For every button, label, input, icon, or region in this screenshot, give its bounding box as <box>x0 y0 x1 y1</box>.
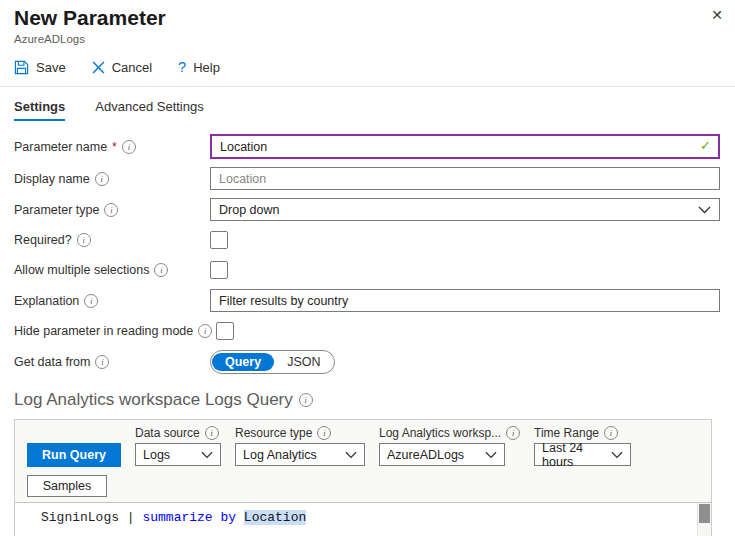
workspace-group: Log Analytics worksp... i AzureADLogs <box>379 425 520 497</box>
workspace-label: Log Analytics worksp... <box>379 426 501 440</box>
save-icon <box>14 60 29 75</box>
parameter-type-label: Parameter type <box>14 203 99 217</box>
query-section-title: Log Analytics workspace Logs Query i <box>0 390 735 410</box>
required-label: Required? <box>14 233 72 247</box>
hide-in-reading-label: Hide parameter in reading mode <box>14 324 193 338</box>
info-icon[interactable]: i <box>198 324 212 338</box>
parameter-type-row: Parameter type i Drop down <box>14 198 721 221</box>
required-checkbox[interactable] <box>210 231 228 249</box>
editor-scrollbar-thumb[interactable] <box>699 504 710 523</box>
time-range-group: Time Range i Last 24 hours <box>534 425 631 497</box>
get-data-from-label: Get data from <box>14 355 90 369</box>
help-label: Help <box>193 60 220 75</box>
run-query-button[interactable]: Run Query <box>27 443 121 467</box>
info-icon[interactable]: i <box>506 426 520 440</box>
parameter-name-input[interactable] <box>210 134 720 159</box>
chevron-down-icon <box>201 451 213 459</box>
data-source-label: Data source <box>135 426 200 440</box>
query-pipe-token: | <box>127 510 143 525</box>
chevron-down-icon <box>345 451 357 459</box>
time-range-value: Last 24 hours <box>542 441 611 469</box>
resource-type-select[interactable]: Log Analytics <box>235 443 365 466</box>
time-range-label: Time Range <box>534 426 599 440</box>
allow-multiple-row: Allow multiple selections i <box>14 259 721 281</box>
parameter-name-row: Parameter name * i ✓ <box>14 134 721 159</box>
chevron-down-icon <box>611 451 623 459</box>
explanation-row: Explanation i <box>14 289 721 312</box>
data-source-select[interactable]: Logs <box>135 443 221 466</box>
editor-scrollbar[interactable] <box>697 503 711 536</box>
query-keyword-token: summarize by <box>142 510 243 525</box>
cancel-button[interactable]: Cancel <box>92 58 152 77</box>
required-row: Required? i <box>14 229 721 251</box>
valid-check-icon: ✓ <box>700 139 711 153</box>
info-icon[interactable]: i <box>317 426 331 440</box>
explanation-label: Explanation <box>14 294 79 308</box>
query-section-title-text: Log Analytics workspace Logs Query <box>14 390 293 410</box>
info-icon[interactable]: i <box>299 393 313 407</box>
data-source-group: Data source i Logs <box>135 425 221 497</box>
info-icon[interactable]: i <box>77 233 91 247</box>
get-data-from-toggle: Query JSON <box>210 350 335 374</box>
display-name-input[interactable] <box>210 167 720 190</box>
hide-in-reading-checkbox[interactable] <box>216 322 234 340</box>
close-icon[interactable]: ✕ <box>711 8 723 22</box>
toggle-option-query[interactable]: Query <box>212 353 274 371</box>
help-button[interactable]: ? Help <box>178 57 220 77</box>
info-icon[interactable]: i <box>95 355 109 369</box>
query-text: SigninLogs | summarize by Location <box>15 503 711 525</box>
get-data-from-row: Get data from i Query JSON <box>14 350 721 374</box>
resource-type-value: Log Analytics <box>243 448 317 462</box>
info-icon[interactable]: i <box>104 203 118 217</box>
query-field-token: Location <box>244 510 306 525</box>
resource-type-label: Resource type <box>235 426 312 440</box>
chevron-down-icon <box>698 206 711 214</box>
info-icon[interactable]: i <box>205 426 219 440</box>
query-toolbar: Run Query Samples Data source i Logs Res… <box>15 420 711 503</box>
info-icon[interactable]: i <box>84 294 98 308</box>
new-parameter-panel: ✕ New Parameter AzureADLogs Save Cancel … <box>0 0 735 536</box>
help-icon: ? <box>178 59 186 75</box>
data-source-value: Logs <box>143 448 170 462</box>
kql-query-editor[interactable]: SigninLogs | summarize by Location <box>15 503 711 536</box>
panel-header: New Parameter AzureADLogs <box>0 0 735 45</box>
time-range-select[interactable]: Last 24 hours <box>534 443 631 466</box>
tab-advanced-settings[interactable]: Advanced Settings <box>95 99 203 121</box>
save-label: Save <box>36 60 66 75</box>
workspace-value: AzureADLogs <box>387 448 464 462</box>
explanation-input[interactable] <box>210 289 720 312</box>
toggle-option-json[interactable]: JSON <box>274 353 333 371</box>
save-button[interactable]: Save <box>14 58 66 77</box>
samples-button[interactable]: Samples <box>27 475 107 497</box>
display-name-row: Display name i <box>14 167 721 190</box>
cancel-x-icon <box>92 61 105 74</box>
chevron-down-icon <box>485 451 497 459</box>
workspace-select[interactable]: AzureADLogs <box>379 443 505 466</box>
info-icon[interactable]: i <box>154 263 168 277</box>
tab-bar: Settings Advanced Settings <box>0 87 735 121</box>
parameter-type-select[interactable]: Drop down <box>210 198 720 221</box>
info-icon[interactable]: i <box>122 140 136 154</box>
hide-in-reading-row: Hide parameter in reading mode i <box>14 320 721 342</box>
parameter-name-label: Parameter name <box>14 140 107 154</box>
info-icon[interactable]: i <box>95 172 109 186</box>
info-icon[interactable]: i <box>604 426 618 440</box>
workbook-subtitle: AzureADLogs <box>14 33 721 45</box>
command-bar: Save Cancel ? Help <box>0 57 735 87</box>
settings-form: Parameter name * i ✓ Display name i Para… <box>0 121 735 374</box>
query-table-token: SigninLogs <box>41 510 127 525</box>
display-name-label: Display name <box>14 172 90 186</box>
parameter-type-value: Drop down <box>219 203 279 217</box>
resource-type-group: Resource type i Log Analytics <box>235 425 365 497</box>
page-title: New Parameter <box>14 6 721 30</box>
required-asterisk: * <box>112 140 117 154</box>
cancel-label: Cancel <box>112 60 152 75</box>
allow-multiple-checkbox[interactable] <box>210 261 228 279</box>
tab-settings[interactable]: Settings <box>14 99 65 121</box>
logs-query-panel: Run Query Samples Data source i Logs Res… <box>14 419 712 536</box>
allow-multiple-label: Allow multiple selections <box>14 263 149 277</box>
